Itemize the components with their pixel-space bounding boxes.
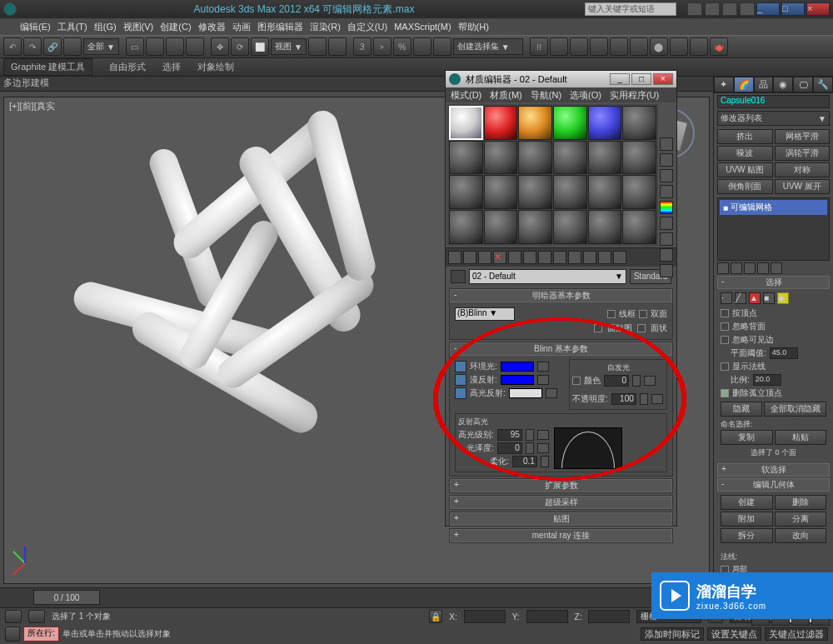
mat-side-options[interactable] (660, 232, 673, 246)
redo-button[interactable]: ↷ (23, 37, 42, 56)
rollout-shader-basic[interactable]: -明暗器基本参数 (450, 289, 672, 302)
face-map-checkbox[interactable] (594, 324, 602, 332)
z-coord-field[interactable] (588, 610, 630, 623)
mat-show-end-result[interactable] (583, 251, 596, 264)
selection-filter[interactable]: 全部 ▼ (83, 38, 119, 55)
menu-animation[interactable]: 动画 (232, 21, 251, 33)
menu-graph[interactable]: 图形编辑器 (257, 21, 303, 33)
menu-views[interactable]: 视图(V) (123, 21, 154, 33)
spinner-arrows[interactable] (632, 375, 641, 387)
snap-toggle[interactable]: 3 (353, 37, 372, 56)
mat-material-id[interactable] (553, 251, 566, 264)
link-button[interactable]: 🔗 (43, 37, 62, 56)
two-sided-checkbox[interactable] (639, 310, 647, 318)
menu-create[interactable]: 创建(C) (160, 21, 191, 33)
spinner-arrows[interactable] (526, 442, 534, 454)
spinner-arrows[interactable] (541, 456, 549, 467)
material-slot[interactable] (588, 175, 622, 209)
add-time-tag[interactable]: 添加时间标记 (641, 627, 704, 641)
configure-sets-icon[interactable] (771, 262, 782, 274)
material-slot[interactable] (553, 141, 587, 175)
rollout-soft-selection-hdr[interactable]: +软选择 (717, 463, 830, 477)
sub-element-icon[interactable]: ◆ (777, 292, 789, 304)
material-slot[interactable] (484, 106, 518, 140)
utilities-tab-icon[interactable]: 🔧 (813, 77, 833, 92)
window-crossing-button[interactable] (186, 37, 204, 56)
copy-sel-button[interactable]: 复制 (721, 430, 773, 445)
mat-pick-button[interactable] (451, 270, 466, 283)
mod-symmetry[interactable]: 对称 (775, 162, 831, 177)
edit-named-sel[interactable] (433, 37, 451, 56)
wire-checkbox[interactable] (607, 310, 616, 318)
mat-show-in-viewport[interactable] (568, 251, 581, 264)
material-slot[interactable] (553, 210, 587, 244)
diffuse-color-swatch[interactable] (501, 375, 534, 385)
mat-minimize-button[interactable]: _ (610, 73, 630, 85)
graphite-tab-paint[interactable]: 对象绘制 (197, 61, 234, 73)
maximize-button[interactable]: □ (781, 2, 805, 16)
render-production[interactable]: 🫖 (710, 37, 728, 56)
detach-button[interactable]: 分离 (775, 512, 827, 527)
attach-button[interactable]: 附加 (721, 512, 773, 527)
pin-stack-icon[interactable] (717, 262, 729, 274)
turn-button[interactable]: 改向 (775, 528, 827, 543)
material-slot[interactable] (622, 106, 656, 140)
menu-customize[interactable]: 自定义(U) (347, 21, 387, 33)
material-slot[interactable] (518, 210, 552, 244)
scale-button[interactable]: ⬜ (251, 37, 269, 56)
rollout-maps[interactable]: +贴图 (450, 512, 672, 526)
mat-side-backlight[interactable] (660, 153, 673, 167)
delete-iso-chk[interactable] (721, 389, 729, 397)
mod-extrude[interactable]: 挤出 (717, 129, 773, 144)
maxscript-mini-listener-icon[interactable] (5, 610, 22, 623)
mat-assign-to-sel[interactable] (478, 251, 491, 264)
viewport-label[interactable]: [+][前][真实 (9, 100, 55, 112)
remove-modifier-icon[interactable] (757, 262, 769, 274)
by-vertex-chk[interactable] (721, 309, 729, 317)
mat-side-uv-tiling[interactable] (660, 185, 673, 198)
pivot-button[interactable] (308, 37, 327, 56)
self-illum-spinner[interactable]: 0 (604, 375, 629, 387)
sub-vertex-icon[interactable]: · (721, 292, 732, 304)
spinner-arrows[interactable] (640, 393, 648, 405)
make-unique-icon[interactable] (744, 262, 756, 274)
sub-poly-icon[interactable]: ■ (763, 292, 775, 304)
diffuse-lock-icon[interactable] (455, 374, 466, 386)
faceted-checkbox[interactable] (637, 324, 646, 332)
select-region-button[interactable] (166, 37, 184, 56)
mat-get-material[interactable] (448, 251, 461, 264)
ignore-vis-chk[interactable] (721, 336, 729, 344)
display-tab-icon[interactable]: 🖵 (793, 77, 813, 92)
manipulate-button[interactable] (328, 37, 347, 56)
spec-level-map[interactable] (537, 430, 549, 440)
mat-make-unique[interactable] (523, 251, 536, 264)
specular-lock-icon[interactable] (455, 387, 466, 399)
material-slot[interactable] (588, 141, 622, 175)
mod-uvwunwrap[interactable]: UVW 展开 (775, 179, 831, 194)
mod-chamfer[interactable]: 倒角剖面 (717, 179, 773, 194)
mat-menu-options[interactable]: 选项(O) (570, 89, 601, 102)
gloss-map[interactable] (537, 443, 549, 453)
mini-listener-icon[interactable] (5, 627, 20, 642)
ambient-map-button[interactable] (537, 362, 549, 372)
material-slot[interactable] (449, 141, 483, 175)
object-name-field[interactable]: Capsule016 (717, 95, 830, 108)
ambient-color-swatch[interactable] (501, 362, 534, 372)
material-slot[interactable] (553, 106, 587, 140)
specular-map-button[interactable] (546, 388, 557, 398)
key-filters-button[interactable]: 关键点过滤器 (765, 627, 828, 641)
mat-side-sample-type[interactable] (660, 137, 673, 151)
material-slot[interactable] (553, 175, 587, 209)
sub-edge-icon[interactable]: ╱ (735, 292, 746, 304)
self-illum-map[interactable] (644, 376, 656, 386)
menu-group[interactable]: 组(G) (94, 21, 117, 33)
ignore-backfacing-chk[interactable] (721, 322, 729, 331)
material-slot[interactable] (484, 141, 518, 175)
show-normals-chk[interactable] (721, 362, 729, 371)
material-slot[interactable] (484, 175, 518, 209)
modifier-stack[interactable]: ■ 可编辑网格 (717, 197, 830, 261)
lock-selection-icon[interactable] (28, 610, 45, 623)
ref-coord-system[interactable]: 视图 ▼ (271, 38, 307, 55)
curve-editor[interactable] (610, 37, 628, 56)
prompt-row-button[interactable]: 所在行: (23, 627, 59, 642)
